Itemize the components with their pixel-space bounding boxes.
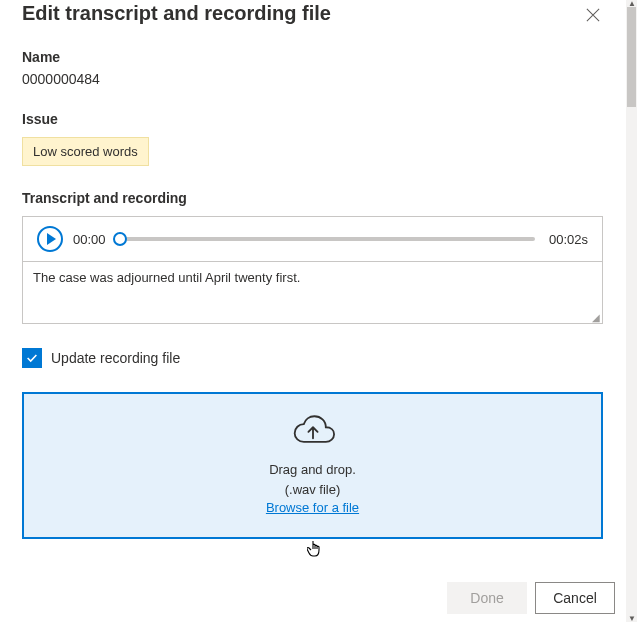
browse-file-link[interactable]: Browse for a file [266,500,359,515]
update-recording-checkbox[interactable] [22,348,42,368]
duration: 00:02s [549,232,588,247]
seek-slider[interactable] [120,232,535,246]
current-time: 00:00 [73,232,106,247]
scroll-up-icon[interactable]: ▲ [628,0,635,7]
file-dropzone[interactable]: Drag and drop. (.wav file) Browse for a … [22,392,603,539]
resize-handle-icon[interactable]: ◢ [592,315,600,321]
issue-badge: Low scored words [22,137,149,166]
play-button[interactable] [37,226,63,252]
issue-label: Issue [22,111,603,127]
checkmark-icon [25,351,39,365]
name-label: Name [22,49,603,65]
transcript-text-value: The case was adjourned until April twent… [33,270,300,285]
transcript-label: Transcript and recording [22,190,603,206]
dialog-footer: Done Cancel [447,582,615,614]
pointer-cursor-icon [307,539,325,564]
dropzone-text-2: (.wav file) [34,480,591,500]
close-button[interactable] [583,5,603,25]
transcript-textarea[interactable]: The case was adjourned until April twent… [23,261,602,323]
slider-thumb[interactable] [113,232,127,246]
dialog-title: Edit transcript and recording file [22,2,331,25]
scrollbar-track[interactable]: ▲ ▼ [626,0,637,622]
cloud-upload-icon [34,414,591,446]
scrollbar-thumb[interactable] [627,7,636,107]
dropzone-text-1: Drag and drop. [34,460,591,480]
name-value: 0000000484 [22,71,603,87]
player-box: 00:00 00:02s The case was adjourned unti… [22,216,603,324]
update-recording-label: Update recording file [51,350,180,366]
play-icon [47,233,56,245]
scroll-down-icon[interactable]: ▼ [628,615,635,622]
done-button: Done [447,582,527,614]
cancel-button[interactable]: Cancel [535,582,615,614]
slider-track [120,237,535,241]
close-icon [586,8,600,22]
